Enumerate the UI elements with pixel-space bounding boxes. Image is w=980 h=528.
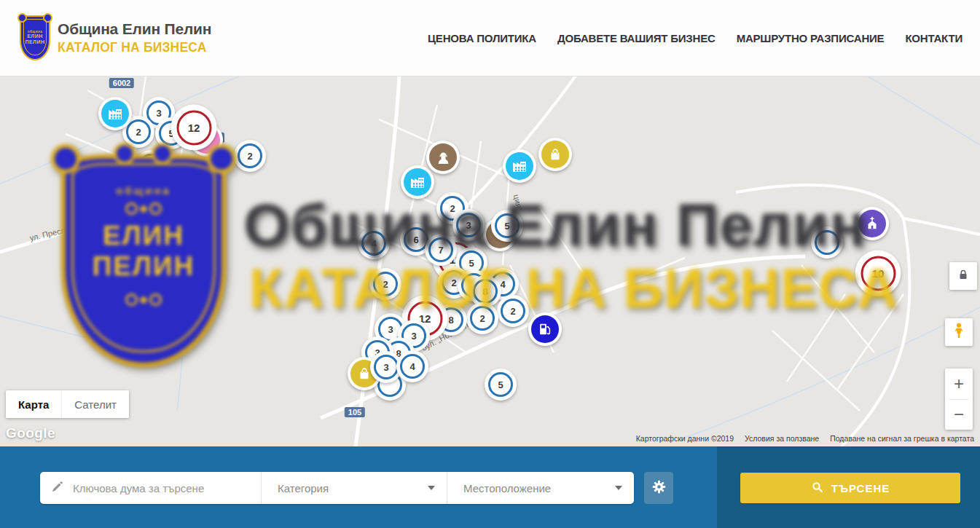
map-type-control: Карта Сателит: [6, 390, 129, 418]
cluster-marker[interactable]: [135, 150, 167, 182]
main-nav: ЦЕНОВА ПОЛИТИКАДОБАВЕТЕ ВАШИЯТ БИЗНЕСМАР…: [428, 0, 963, 76]
cluster-marker[interactable]: 4: [396, 350, 428, 382]
map-attribution: Картографски данни ©2019Условия за ползв…: [636, 434, 974, 443]
pin-marker-factory[interactable]: [401, 165, 434, 199]
cluster-marker[interactable]: 2: [234, 140, 266, 172]
nav-item-4[interactable]: КОНТАКТИ: [905, 32, 963, 44]
zoom-control: + −: [945, 369, 973, 430]
location-select[interactable]: Местоположение: [447, 472, 634, 504]
google-logo[interactable]: Google: [6, 425, 55, 441]
church-icon: [858, 210, 886, 237]
category-select[interactable]: Категория: [262, 472, 447, 504]
search-icon: [811, 481, 824, 496]
search-button-label: ТЪРСЕНЕ: [831, 482, 890, 494]
map-canvas[interactable]: 6002105ул. Преславбул. „Новоселция“ 3251…: [0, 76, 980, 446]
site-subtitle: КАТАЛОГ НА БИЗНЕСА: [58, 40, 211, 55]
cluster-marker[interactable]: 2: [466, 302, 498, 334]
cluster-marker[interactable]: 2: [497, 295, 529, 327]
factory-icon: [101, 100, 129, 127]
cluster-marker[interactable]: 5: [485, 369, 517, 401]
search-button[interactable]: ТЪРСЕНЕ: [740, 473, 960, 503]
keyword-input[interactable]: [71, 481, 249, 495]
map-type-satellite-button[interactable]: Сателит: [61, 390, 129, 418]
pin-marker-bag[interactable]: [538, 138, 572, 171]
pencil-icon: [50, 480, 64, 497]
site-logo[interactable]: община ЕЛИН ПЕЛИН Община Елин Пелин КАТА…: [20, 15, 211, 60]
pegman-icon: [950, 322, 968, 342]
factory-icon: [404, 168, 431, 196]
attribution-text: Картографски данни ©2019: [636, 434, 734, 443]
zoom-in-button[interactable]: +: [945, 369, 973, 399]
search-box: Категория Местоположение: [40, 472, 634, 504]
cluster-marker[interactable]: [811, 226, 843, 259]
header: община ЕЛИН ПЕЛИН Община Елин Пелин КАТА…: [0, 0, 980, 76]
nav-item-2[interactable]: ДОБАВЕТЕ ВАШИЯТ БИЗНЕС: [557, 32, 716, 44]
cluster-marker[interactable]: 2: [369, 268, 401, 300]
cluster-marker[interactable]: 7: [425, 234, 457, 266]
category-value: Категория: [278, 482, 329, 494]
zoom-out-button[interactable]: −: [945, 400, 973, 430]
search-bar: Категория Местоположение ТЪРСЕНЕ: [0, 446, 980, 528]
lock-button[interactable]: [949, 262, 977, 290]
map-marker-layer: 3251221323564752274822812338334510: [0, 76, 980, 446]
pegman-button[interactable]: [945, 318, 973, 346]
cluster-marker[interactable]: 4: [358, 227, 390, 259]
cluster-marker[interactable]: 12: [171, 105, 217, 151]
pin-marker-church[interactable]: [855, 207, 889, 240]
crest-line1: ЕЛИН: [27, 34, 43, 39]
keyword-section: [40, 472, 262, 504]
bag-icon: [541, 141, 569, 168]
lock-icon: [957, 268, 970, 284]
pin-marker-factory[interactable]: [98, 97, 132, 130]
chevron-down-icon: [428, 486, 435, 490]
nav-item-1[interactable]: ЦЕНОВА ПОЛИТИКА: [428, 32, 536, 44]
location-value: Местоположение: [463, 482, 551, 494]
municipality-crest-icon: община ЕЛИН ПЕЛИН: [20, 15, 50, 60]
chevron-down-icon: [615, 486, 622, 490]
factory-icon: [506, 152, 533, 180]
cluster-marker[interactable]: 3: [452, 209, 485, 241]
attribution-link[interactable]: Подаване на сигнал за грешка в картата: [830, 434, 974, 443]
pin-marker-factory[interactable]: [503, 149, 536, 183]
attribution-link[interactable]: Условия за ползване: [745, 434, 819, 443]
fuel-icon: [531, 315, 559, 343]
cluster-marker[interactable]: 5: [491, 210, 523, 242]
cluster-marker[interactable]: 10: [855, 251, 901, 296]
map-type-map-button[interactable]: Карта: [6, 390, 61, 418]
crest-line2: ПЕЛИН: [25, 39, 44, 45]
site-title: Община Елин Пелин: [58, 20, 211, 38]
gear-icon: [651, 479, 667, 497]
advanced-settings-button[interactable]: [644, 472, 673, 504]
nav-item-3[interactable]: МАРШРУТНО РАЗПИСАНИЕ: [737, 32, 885, 44]
pin-marker-fuel[interactable]: [528, 312, 562, 346]
